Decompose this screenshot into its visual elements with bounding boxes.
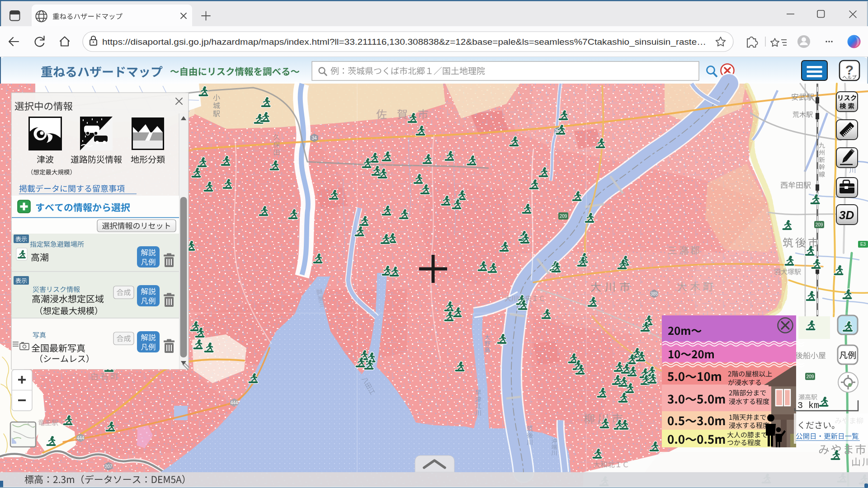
svg-text:3D: 3D bbox=[839, 208, 854, 222]
svg-text:209: 209 bbox=[816, 222, 823, 227]
svg-text:444: 444 bbox=[77, 436, 85, 441]
svg-text:E3: E3 bbox=[860, 242, 866, 247]
svg-text:209: 209 bbox=[560, 214, 567, 219]
svg-text:385: 385 bbox=[651, 291, 658, 296]
svg-text:34: 34 bbox=[311, 136, 317, 141]
svg-text:209: 209 bbox=[807, 374, 814, 379]
svg-text:https://disaportal.gsi.go.jp/h: https://disaportal.gsi.go.jp/hazardmap/m… bbox=[102, 37, 706, 47]
svg-text:3 km: 3 km bbox=[797, 400, 819, 411]
svg-text:?: ? bbox=[845, 62, 854, 77]
svg-text:444: 444 bbox=[231, 400, 238, 405]
svg-text:207: 207 bbox=[105, 464, 113, 469]
